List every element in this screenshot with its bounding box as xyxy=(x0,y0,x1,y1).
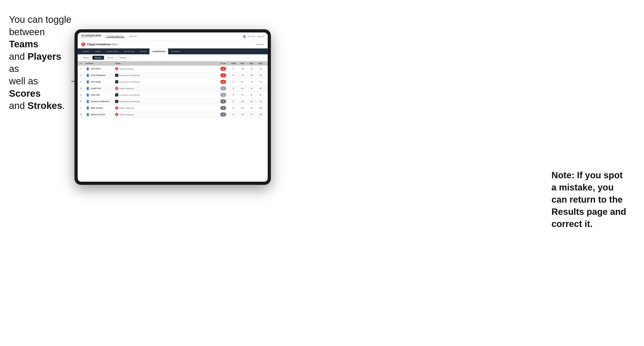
score-badge: E xyxy=(220,86,226,90)
team-logo-c: C xyxy=(115,106,118,110)
team-logo-s: S xyxy=(115,93,118,96)
col-rd1: RD1 xyxy=(238,62,247,64)
user-icon: 👤 xyxy=(243,35,246,38)
total-cell: -8 xyxy=(218,67,229,71)
col-total: TOTAL xyxy=(218,62,229,64)
rd3-cell: E xyxy=(256,94,265,96)
total-cell: +11 xyxy=(218,113,229,117)
player-avatar: 👤 xyxy=(86,86,90,90)
nav-links: TOURNAMENTS TEAMS xyxy=(106,35,242,38)
rd1-cell: -5 xyxy=(238,74,247,76)
scores-bold: Scores xyxy=(9,88,41,99)
player-cell: 👤 Blair McHarg xyxy=(86,106,115,110)
team-name: Clippd College [A] xyxy=(119,107,134,109)
tournament-logo: C xyxy=(81,42,85,46)
sign-out-link[interactable]: Sign out xyxy=(258,35,264,37)
col-player: PLAYER xyxy=(86,62,115,64)
table-row[interactable]: 7 👤 Blair McHarg C Clippd College [A] +8… xyxy=(78,105,268,111)
tab-teams[interactable]: Teams xyxy=(92,48,104,54)
score-badge: -8 xyxy=(220,67,226,71)
team-cell: C Clippd College [A] xyxy=(115,87,151,90)
player-cell: 👤 David Ford xyxy=(86,86,115,90)
player-avatar: 👤 xyxy=(86,113,90,117)
player-cell: 👤 Elliot Ebert xyxy=(86,67,115,71)
player-name: David Ford xyxy=(91,87,101,89)
table-row[interactable]: 8 👤 Marcus Turners C Clippd College [A] … xyxy=(78,111,268,118)
tab-details[interactable]: Details xyxy=(80,48,92,54)
player-name: Marcus Turners xyxy=(91,113,105,116)
team-name: Clippd College [A] xyxy=(119,114,134,116)
tablet-frame: SCOREBOARD Powered by clippd TOURNAMENTS… xyxy=(74,29,271,185)
teams-bold: Teams xyxy=(9,39,38,49)
table-header: # PLAYER TEAM TOTAL THRU RD1 RD2 RD3 xyxy=(78,61,268,66)
player-rank: 1 xyxy=(80,68,86,70)
rd3-cell: +6 xyxy=(256,107,265,109)
leaderboard-table: # PLAYER TEAM TOTAL THRU RD1 RD2 RD3 1 👤… xyxy=(78,61,268,182)
team-cell: C Clippd College [A] xyxy=(115,106,151,110)
tab-printables[interactable]: Printables xyxy=(168,48,182,54)
rd2-cell: -4 xyxy=(247,87,256,89)
nav-link-teams[interactable]: TEAMS xyxy=(128,35,138,38)
rd3-cell: -1 xyxy=(256,100,265,103)
player-name: Rees Britt xyxy=(91,94,100,96)
table-row[interactable]: 3 👤 Rich Butler S Scoreboard University … xyxy=(78,79,268,85)
col-thru: THRU xyxy=(229,62,238,64)
logo-sub: Powered by clippd xyxy=(81,37,101,38)
player-cell: 👤 Cameron Robertson xyxy=(86,99,115,103)
table-row[interactable]: 5 👤 Rees Britt S Scoreboard University [… xyxy=(78,92,268,98)
table-row[interactable]: 6 👤 Cameron Robertson S Scoreboard Unive… xyxy=(78,98,268,105)
player-rank: 8 xyxy=(80,113,86,116)
subtab-players[interactable]: Players xyxy=(92,56,104,60)
rd3-cell: -1 xyxy=(256,81,265,83)
tournament-header: C Clippd Invitational (Men) Cancel X xyxy=(78,41,268,48)
col-rank: # xyxy=(80,62,86,64)
rd2-cell: +5 xyxy=(247,74,256,76)
player-name: Blair McHarg xyxy=(91,107,103,109)
tournament-title-area: C Clippd Invitational (Men) xyxy=(81,42,118,46)
score-badge: +11 xyxy=(220,113,226,117)
player-rank: 2 xyxy=(80,74,86,76)
thru-cell: F xyxy=(229,74,238,76)
thru-cell: F xyxy=(229,100,238,103)
player-avatar: 👤 xyxy=(86,67,90,71)
subtab-strokes[interactable]: Strokes xyxy=(117,56,129,60)
tab-course-setup[interactable]: Course Setup xyxy=(104,48,121,54)
thru-cell: F xyxy=(229,68,238,70)
total-cell: E xyxy=(218,86,229,90)
player-cell: 👤 Marcus Turners xyxy=(86,113,115,117)
tab-tee-groups[interactable]: Tee Groups xyxy=(121,48,137,54)
sub-tabs: Teams Players Scores Strokes xyxy=(78,54,268,61)
team-name: Clippd College [A] xyxy=(119,87,134,89)
subtab-scores[interactable]: Scores xyxy=(105,56,116,60)
table-row[interactable]: 1 👤 Elliot Ebert C Clippd College [A] -8… xyxy=(78,66,268,72)
team-logo-c: C xyxy=(115,87,118,90)
left-annotation: You can toggle between Teams and Players… xyxy=(9,13,72,112)
player-rank: 7 xyxy=(80,107,86,109)
rd2-cell: E xyxy=(247,94,256,96)
subtab-teams[interactable]: Teams xyxy=(80,56,92,60)
thru-cell: F xyxy=(229,81,238,83)
strokes-bold: Strokes xyxy=(28,100,62,111)
user-label: Test User | xyxy=(248,35,256,37)
rd3-cell: +3 xyxy=(256,87,265,89)
team-name: Scoreboard University [A] xyxy=(119,101,140,103)
logo-text: SCOREBOARD xyxy=(81,34,101,37)
team-name: Scoreboard University [A] xyxy=(119,74,140,76)
table-body: 1 👤 Elliot Ebert C Clippd College [A] -8… xyxy=(78,66,268,118)
table-row[interactable]: 2 👤 Chris Robertson S Scoreboard Univers… xyxy=(78,72,268,79)
tab-bar: Details Teams Course Setup Tee Groups Re… xyxy=(78,48,268,54)
team-cell: C Clippd College [A] xyxy=(115,67,151,70)
tab-results[interactable]: Results xyxy=(137,48,150,54)
rd1-cell: +2 xyxy=(238,107,247,109)
team-name: Clippd College [A] xyxy=(119,68,134,70)
player-avatar: 👤 xyxy=(86,80,90,84)
table-row[interactable]: 4 👤 David Ford C Clippd College [A] E F … xyxy=(78,85,268,92)
tab-leaderboards[interactable]: Leaderboards xyxy=(150,48,168,54)
cancel-button[interactable]: Cancel X xyxy=(256,43,264,45)
thru-cell: F xyxy=(229,107,238,109)
player-rank: 5 xyxy=(80,94,86,96)
team-cell: C Clippd College [A] xyxy=(115,113,151,116)
player-rank: 4 xyxy=(80,87,86,89)
thru-cell: F xyxy=(229,113,238,116)
nav-link-tournaments[interactable]: TOURNAMENTS xyxy=(106,35,124,38)
